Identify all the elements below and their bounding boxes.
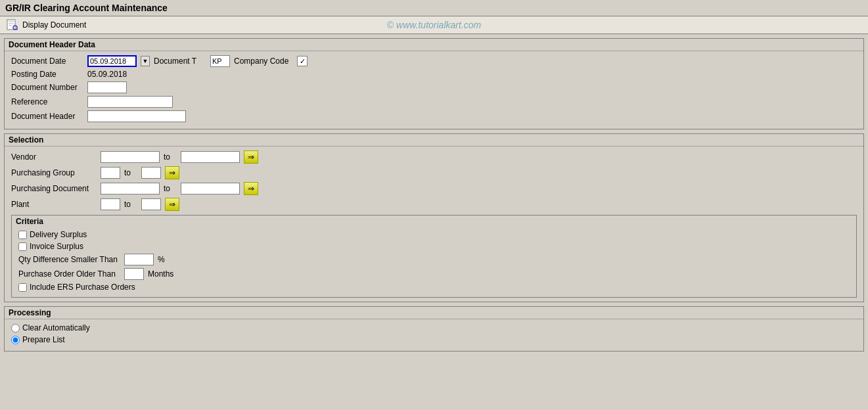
qty-diff-input[interactable] — [124, 254, 154, 265]
svg-rect-2 — [9, 23, 14, 24]
display-document-icon[interactable] — [5, 18, 18, 32]
invoice-surplus-row: Invoice Surplus — [18, 242, 850, 251]
purchasing-document-to-input[interactable] — [181, 183, 240, 194]
invoice-surplus-checkbox[interactable] — [18, 242, 27, 251]
purchasing-document-from-input[interactable] — [101, 183, 160, 194]
purchasing-document-row: Purchasing Document to ⇒ — [11, 182, 857, 195]
reference-label: Reference — [11, 97, 83, 106]
watermark: © www.tutorialkart.com — [387, 20, 481, 30]
prepare-list-text: Prepare List — [22, 335, 65, 344]
purchasing-group-arrow-button[interactable]: ⇒ — [165, 166, 179, 179]
prepare-list-row: Prepare List — [11, 335, 857, 344]
svg-line-5 — [16, 29, 17, 30]
title-bar: GR/IR Clearing Account Maintenance — [0, 0, 868, 16]
criteria-content: Delivery Surplus Invoice Surplus Qty Dif… — [12, 227, 856, 297]
doc-date-row: Document Date ▼ Document T Company Code … — [11, 55, 857, 67]
document-type-label: Document T — [154, 57, 206, 66]
include-ers-row: Include ERS Purchase Orders — [18, 283, 850, 292]
posting-date-value: 05.09.2018 — [87, 70, 127, 79]
app-title: GR/IR Clearing Account Maintenance — [5, 3, 168, 13]
toolbar: Display Document © www.tutorialkart.com — [0, 16, 868, 34]
document-date-input[interactable] — [87, 55, 137, 67]
company-code-checkbox[interactable]: ✓ — [297, 56, 308, 66]
document-header-field-label: Document Header — [11, 112, 83, 121]
include-ers-label[interactable]: Include ERS Purchase Orders — [18, 283, 135, 292]
plant-from-input[interactable] — [101, 198, 120, 210]
vendor-label: Vendor — [11, 152, 97, 162]
vendor-to-input[interactable] — [181, 151, 240, 163]
vendor-to-label: to — [164, 152, 177, 162]
document-header-content: Document Date ▼ Document T Company Code … — [5, 51, 863, 129]
po-older-input[interactable] — [124, 268, 144, 280]
criteria-section: Criteria Delivery Surplus Invoice Sur — [11, 215, 857, 298]
delivery-surplus-label[interactable]: Delivery Surplus — [18, 230, 87, 239]
plant-row: Plant to ⇒ — [11, 198, 857, 211]
posting-date-label: Posting Date — [11, 70, 83, 79]
selection-content: Vendor to ⇒ Purchasing Group to ⇒ Purcha… — [5, 147, 863, 302]
svg-rect-1 — [9, 21, 14, 22]
include-ers-text: Include ERS Purchase Orders — [30, 283, 135, 292]
doc-header-row: Document Header — [11, 110, 857, 122]
document-type-input[interactable] — [210, 55, 230, 67]
posting-date-row: Posting Date 05.09.2018 — [11, 70, 857, 79]
clear-auto-label[interactable]: Clear Automatically — [11, 323, 90, 332]
criteria-title: Criteria — [12, 216, 856, 227]
delivery-surplus-row: Delivery Surplus — [18, 230, 850, 239]
document-header-input[interactable] — [87, 110, 186, 122]
plant-label: Plant — [11, 200, 97, 209]
invoice-surplus-text: Invoice Surplus — [30, 242, 83, 251]
doc-number-row: Document Number — [11, 81, 857, 93]
clear-auto-row: Clear Automatically — [11, 323, 857, 332]
qty-diff-row: Qty Difference Smaller Than % — [18, 254, 850, 265]
document-number-label: Document Number — [11, 83, 83, 92]
po-older-row: Purchase Order Older Than Months — [18, 268, 850, 280]
qty-diff-unit: % — [158, 255, 165, 264]
document-number-input[interactable] — [87, 81, 127, 93]
document-header-section: Document Header Data Document Date ▼ Doc… — [4, 38, 864, 129]
prepare-list-label[interactable]: Prepare List — [11, 335, 65, 344]
clear-auto-radio[interactable] — [11, 324, 20, 332]
purchasing-group-to-input[interactable] — [141, 167, 161, 179]
processing-title: Processing — [5, 307, 863, 319]
clear-auto-text: Clear Automatically — [22, 323, 90, 332]
delivery-surplus-checkbox[interactable] — [18, 231, 27, 239]
po-older-label: Purchase Order Older Than — [18, 269, 120, 279]
include-ers-checkbox[interactable] — [18, 283, 27, 292]
processing-content: Clear Automatically Prepare List — [5, 319, 863, 351]
reference-input[interactable] — [87, 96, 173, 108]
vendor-row: Vendor to ⇒ — [11, 150, 857, 164]
plant-to-label: to — [124, 200, 137, 209]
main-content: Document Header Data Document Date ▼ Doc… — [0, 34, 868, 359]
document-date-label: Document Date — [11, 57, 83, 66]
plant-to-input[interactable] — [141, 198, 161, 210]
selection-section: Selection Vendor to ⇒ Purchasing Group t… — [4, 133, 864, 302]
calendar-button[interactable]: ▼ — [141, 56, 150, 66]
qty-diff-label: Qty Difference Smaller Than — [18, 255, 120, 264]
purchasing-group-from-input[interactable] — [101, 167, 120, 179]
vendor-from-input[interactable] — [101, 151, 160, 163]
selection-title: Selection — [5, 134, 863, 147]
processing-section: Processing Clear Automatically Prepare L… — [4, 306, 864, 352]
reference-row: Reference — [11, 96, 857, 108]
svg-rect-3 — [9, 25, 12, 26]
purchasing-group-row: Purchasing Group to ⇒ — [11, 166, 857, 179]
document-header-title: Document Header Data — [5, 39, 863, 51]
purchasing-group-label: Purchasing Group — [11, 168, 97, 177]
delivery-surplus-text: Delivery Surplus — [30, 230, 87, 239]
display-document-label: Display Document — [22, 20, 86, 30]
company-code-label: Company Code — [234, 57, 293, 66]
prepare-list-radio[interactable] — [11, 336, 20, 344]
po-older-unit: Months — [148, 269, 173, 279]
purchasing-document-label: Purchasing Document — [11, 184, 97, 193]
purchasing-doc-to-label: to — [164, 184, 177, 193]
vendor-arrow-button[interactable]: ⇒ — [244, 150, 258, 164]
invoice-surplus-label[interactable]: Invoice Surplus — [18, 242, 83, 251]
purchasing-group-to-label: to — [124, 168, 137, 177]
plant-arrow-button[interactable]: ⇒ — [165, 198, 179, 211]
purchasing-document-arrow-button[interactable]: ⇒ — [244, 182, 258, 195]
